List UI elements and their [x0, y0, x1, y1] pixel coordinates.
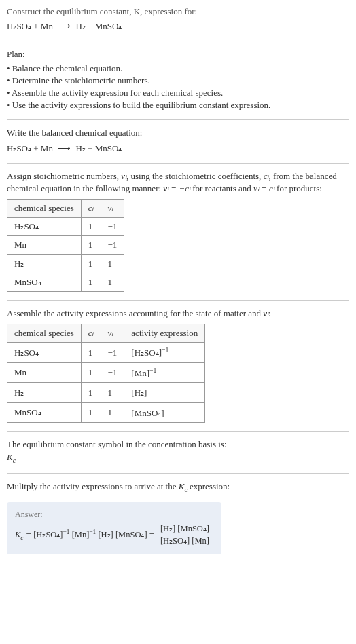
nu-symbol: νᵢ [121, 171, 126, 181]
plan-section: Plan: Balance the chemical equation. Det… [7, 48, 349, 111]
expr-base: [MnSO₄] [131, 408, 164, 418]
kc-line1: The equilibrium constant symbol in the c… [7, 438, 349, 451]
answer-label: Answer: [15, 509, 213, 520]
stoich-section: Assign stoichiometric numbers, νᵢ, using… [7, 170, 349, 292]
plan-list: Balance the chemical equation. Determine… [7, 62, 349, 112]
col-species: chemical species [7, 324, 82, 343]
cell-species: H₂ [7, 383, 82, 403]
plan-item: Balance the chemical equation. [7, 62, 349, 75]
col-species: chemical species [7, 200, 82, 218]
relation-1: νᵢ = −cᵢ [163, 183, 190, 193]
cell-ci: 1 [81, 383, 101, 403]
expr-exp: −1 [149, 366, 156, 374]
table-row: MnSO₄ 1 1 [MnSO₄] [7, 402, 205, 423]
activity-section: Assemble the activity expressions accoun… [7, 307, 349, 423]
cell-ci: 1 [81, 236, 101, 254]
product-1: H₂ [75, 21, 85, 31]
product-2: MnSO₄ [95, 143, 122, 153]
cell-nu: −1 [101, 362, 124, 383]
reaction-arrow: ⟶ [55, 21, 73, 31]
kc-lhs: Kc = [15, 530, 33, 539]
reaction-arrow: ⟶ [55, 143, 73, 153]
table-row: Mn 1 −1 [7, 236, 124, 254]
plus-sign: + [33, 143, 41, 153]
plus-sign: + [88, 143, 95, 153]
table-row: Mn 1 −1 [Mn]−1 [7, 362, 205, 383]
multiply-section: Mulitply the activity expressions to arr… [7, 480, 349, 494]
cell-nu: 1 [101, 254, 124, 273]
cell-species: H₂ [7, 254, 82, 273]
balanced-section: Write the balanced chemical equation: H₂… [7, 127, 349, 154]
text-part: for products: [274, 183, 322, 193]
plan-item: Assemble the activity expression for eac… [7, 87, 349, 99]
equals: = [149, 530, 156, 539]
text-part: for reactants and [190, 183, 253, 193]
cell-ci: 1 [81, 402, 101, 423]
cell-nu: −1 [101, 218, 124, 236]
fraction-denominator: [H₂SO₄] [Mn] [158, 535, 212, 548]
plan-item: Use the activity expressions to build th… [7, 99, 349, 111]
divider [7, 431, 349, 432]
cell-species: Mn [7, 236, 82, 254]
term2-base: [Mn] [72, 530, 90, 539]
activity-heading: Assemble the activity expressions accoun… [7, 307, 349, 320]
reactant-2: Mn [41, 21, 53, 31]
table-row: H₂SO₄ 1 −1 [7, 218, 124, 236]
prompt-equation: H₂SO₄ + Mn ⟶ H₂ + MnSO₄ [7, 20, 349, 33]
cell-activity: [H₂] [124, 383, 205, 403]
plan-item: Determine the stoichiometric numbers. [7, 75, 349, 87]
table-row: H₂SO₄ 1 −1 [H₂SO₄]−1 [7, 343, 205, 363]
expr-base: [H₂SO₄] [131, 348, 162, 358]
divider [7, 119, 349, 120]
cell-species: MnSO₄ [7, 402, 82, 423]
expr-base: [H₂] [131, 388, 147, 398]
product-1: H₂ [75, 143, 85, 153]
kc-symbol: Kc [7, 451, 349, 465]
col-ci: cᵢ [81, 200, 101, 218]
prompt-text: Construct the equilibrium constant, K, e… [7, 5, 349, 18]
col-ci: cᵢ [81, 324, 101, 343]
divider [7, 473, 349, 474]
activity-table: chemical species cᵢ νᵢ activity expressi… [7, 324, 205, 423]
expr-base: [Mn] [131, 368, 149, 378]
text-part: , using the stoichiometric coefficients, [126, 171, 264, 181]
kc-var: K [7, 452, 13, 462]
col-nu: νᵢ [101, 200, 124, 218]
table-row: MnSO₄ 1 1 [7, 273, 124, 291]
cell-nu: 1 [101, 383, 124, 403]
text-part: Assign stoichiometric numbers, [7, 171, 121, 181]
kc-symbol-section: The equilibrium constant symbol in the c… [7, 438, 349, 464]
balanced-equation: H₂SO₄ + Mn ⟶ H₂ + MnSO₄ [7, 143, 349, 155]
cell-nu: −1 [101, 343, 124, 363]
col-nu: νᵢ [101, 324, 124, 343]
table-header-row: chemical species cᵢ νᵢ activity expressi… [7, 324, 205, 343]
cell-activity: [MnSO₄] [124, 402, 205, 423]
term4: [MnSO₄] [115, 530, 147, 539]
cell-ci: 1 [81, 273, 101, 291]
stoich-description: Assign stoichiometric numbers, νᵢ, using… [7, 170, 349, 195]
table-row: H₂ 1 1 [H₂] [7, 383, 205, 403]
cell-species: H₂SO₄ [7, 218, 82, 236]
answer-box: Answer: Kc = [H₂SO₄]−1 [Mn]−1 [H₂] [MnSO… [7, 502, 221, 554]
text-part: : [268, 308, 271, 318]
term2-exp: −1 [89, 529, 96, 535]
divider [7, 300, 349, 301]
multiply-heading: Mulitply the activity expressions to arr… [7, 480, 349, 494]
product-2: MnSO₄ [95, 21, 122, 31]
cell-nu: −1 [101, 236, 124, 254]
stoich-table: chemical species cᵢ νᵢ H₂SO₄ 1 −1 Mn 1 −… [7, 199, 124, 292]
divider [7, 41, 349, 41]
cell-activity: [Mn]−1 [124, 362, 205, 383]
fraction-numerator: [H₂] [MnSO₄] [158, 523, 212, 536]
table-header-row: chemical species cᵢ νᵢ [7, 200, 124, 218]
cell-species: H₂SO₄ [7, 343, 82, 363]
expr-exp: −1 [162, 346, 168, 354]
divider [7, 163, 349, 164]
kc-sub: c [13, 456, 16, 463]
prompt-section: Construct the equilibrium constant, K, e… [7, 5, 349, 33]
plus-sign: + [33, 21, 41, 31]
nu-symbol: νᵢ [263, 308, 268, 318]
cell-ci: 1 [81, 218, 101, 236]
answer-expression: Kc = [H₂SO₄]−1 [Mn]−1 [H₂] [MnSO₄] = [H₂… [15, 523, 213, 548]
term3: [H₂] [98, 530, 113, 539]
